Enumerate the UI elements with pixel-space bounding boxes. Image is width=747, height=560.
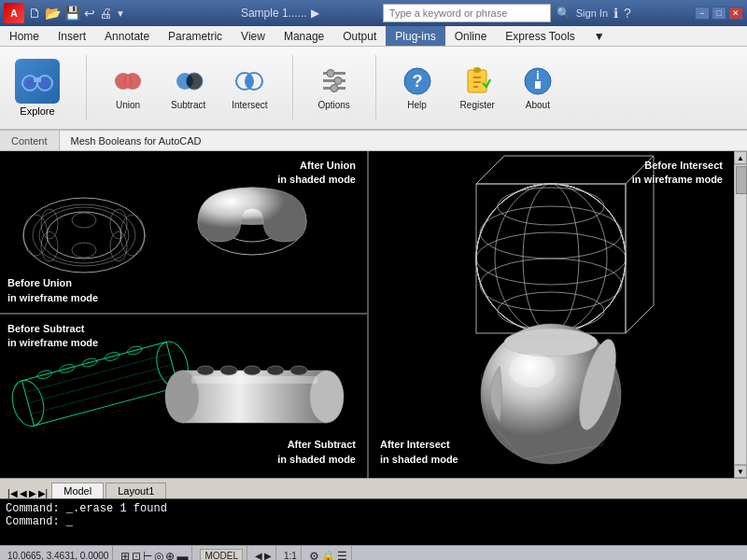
svg-rect-20	[468, 70, 486, 92]
viewport-prev[interactable]: ◀	[255, 551, 262, 560]
title-arrow[interactable]: ▶	[311, 7, 319, 20]
svg-point-33	[41, 209, 58, 239]
polar-icon[interactable]: ◎	[154, 550, 163, 561]
about-label: About	[526, 100, 550, 111]
ribbon-divider-2	[292, 55, 293, 120]
scroll-thumb[interactable]	[736, 166, 747, 194]
command-area: Command: _.erase 1 found Command: _	[0, 498, 747, 545]
register-button[interactable]: Register	[455, 61, 500, 115]
left-top-panel: After Unionin shaded mode Before Unionin…	[0, 151, 367, 315]
left-bottom-panel: Before Subtractin wireframe mode After S…	[0, 315, 367, 478]
quick-access-open[interactable]: 📂	[45, 6, 61, 21]
tab-nav-first[interactable]: |◀	[7, 488, 18, 498]
menu-home[interactable]: Home	[0, 26, 49, 46]
menu-annotate[interactable]: Annotate	[95, 26, 159, 46]
quick-access-new[interactable]: 🗋	[28, 6, 41, 21]
grid-icon[interactable]: ⊡	[132, 550, 141, 561]
left-panel: After Unionin shaded mode Before Unionin…	[0, 151, 369, 478]
quick-access-save[interactable]: 💾	[64, 6, 80, 21]
svg-line-50	[31, 375, 176, 413]
osnap-icon[interactable]: ⊕	[165, 550, 175, 561]
menu-online[interactable]: Online	[445, 26, 497, 46]
explore-icon	[15, 59, 60, 104]
tab-layout1[interactable]: Layout1	[106, 483, 166, 498]
menu-view[interactable]: View	[232, 26, 275, 46]
scroll-track[interactable]	[734, 164, 747, 465]
menu-express-tools[interactable]: Express Tools	[496, 26, 584, 46]
svg-marker-61	[476, 156, 654, 184]
register-label: Register	[460, 100, 495, 111]
quick-access-print[interactable]: 🖨	[99, 6, 112, 21]
title-bar-left: A 🗋 📂 💾 ↩ 🖨 ▼ Sample 1...... ▶	[4, 3, 319, 23]
svg-point-16	[334, 77, 342, 85]
help-icon[interactable]: ?	[624, 6, 631, 21]
svg-point-28	[39, 207, 129, 263]
scroll-up-button[interactable]: ▲	[734, 151, 747, 164]
help-label: Help	[407, 100, 427, 111]
content-label: Mesh Booleans for AutoCAD	[60, 133, 213, 148]
register-icon	[460, 64, 494, 98]
menu-dropdown[interactable]: ▼	[585, 26, 614, 46]
scroll-down-button[interactable]: ▼	[734, 465, 747, 478]
content-tab[interactable]: Content	[0, 131, 60, 150]
signin-button[interactable]: Sign In	[576, 7, 608, 19]
svg-point-36	[110, 231, 127, 261]
model-section: MODEL	[196, 546, 247, 560]
search-icon[interactable]: 🔍	[557, 7, 571, 20]
coordinates: 10.0665, 3.4631, 0.0000	[7, 551, 108, 560]
svg-point-25	[23, 198, 145, 273]
after-intersect-label: After Intersectin shaded mode	[380, 438, 458, 467]
explore-button[interactable]: Explore	[7, 55, 67, 120]
dropdown-arrow[interactable]: ▼	[116, 8, 125, 19]
maximize-button[interactable]: □	[712, 7, 726, 20]
svg-point-21	[473, 67, 481, 73]
tab-model[interactable]: Model	[51, 483, 104, 498]
scale-section: 1:1	[280, 546, 302, 560]
info-icon[interactable]: ℹ	[613, 6, 618, 21]
intersect-label: Intersect	[232, 100, 267, 111]
intersect-button[interactable]: Intersect	[226, 61, 273, 115]
minimize-button[interactable]: −	[695, 7, 710, 20]
menu-output[interactable]: Output	[333, 26, 386, 46]
viewport-section: ◀ ▶	[251, 546, 276, 560]
command-line-1: Command: _.erase 1 found	[6, 502, 741, 515]
before-union-label: Before Unionin wireframe mode	[7, 276, 98, 305]
svg-rect-59	[191, 376, 317, 384]
quick-access-undo[interactable]: ↩	[84, 6, 95, 21]
subtract-label: Subtract	[171, 100, 205, 111]
svg-point-4	[41, 79, 49, 87]
model-button[interactable]: MODEL	[200, 549, 243, 560]
canvas-area: After Unionin shaded mode Before Unionin…	[0, 151, 734, 478]
lock-icon[interactable]: 🔒	[321, 550, 335, 561]
tab-nav-next[interactable]: ▶	[29, 488, 36, 498]
tab-nav-prev[interactable]: ◀	[20, 488, 27, 498]
menu-manage[interactable]: Manage	[275, 26, 333, 46]
help-button[interactable]: ? Help	[395, 61, 440, 115]
union-label: Union	[116, 100, 140, 111]
menu-parametric[interactable]: Parametric	[159, 26, 232, 46]
status-bar: 10.0665, 3.4631, 0.0000 ⊞ ⊡ ⊢ ◎ ⊕ ▬ MODE…	[0, 545, 747, 560]
tab-nav-last[interactable]: ▶|	[38, 488, 49, 498]
about-button[interactable]: i About	[515, 61, 560, 115]
svg-point-15	[327, 70, 334, 77]
command-line-2[interactable]: Command: _	[6, 515, 741, 528]
menu-plugins[interactable]: Plug-ins	[386, 26, 444, 46]
intersect-svg	[369, 151, 734, 478]
subtract-button[interactable]: Subtract	[165, 61, 211, 115]
close-button[interactable]: ✕	[728, 7, 743, 20]
title-filename: Sample 1......	[241, 7, 307, 20]
workspace-icon[interactable]: ⚙	[309, 550, 319, 561]
svg-text:i: i	[536, 69, 539, 82]
search-input[interactable]	[383, 4, 551, 22]
app-menu-icon[interactable]: ☰	[337, 550, 347, 561]
ortho-icon[interactable]: ⊢	[143, 550, 152, 561]
menu-insert[interactable]: Insert	[49, 26, 95, 46]
viewport-next[interactable]: ▶	[264, 551, 272, 560]
options-button[interactable]: Options	[312, 61, 357, 115]
lineweight-icon[interactable]: ▬	[176, 550, 188, 561]
tab-bar: |◀ ◀ ▶ ▶| Model Layout1	[0, 478, 747, 498]
options-label: Options	[317, 100, 349, 111]
ribbon-divider-3	[375, 55, 376, 120]
snap-icon[interactable]: ⊞	[120, 550, 130, 561]
union-button[interactable]: Union	[106, 61, 150, 115]
